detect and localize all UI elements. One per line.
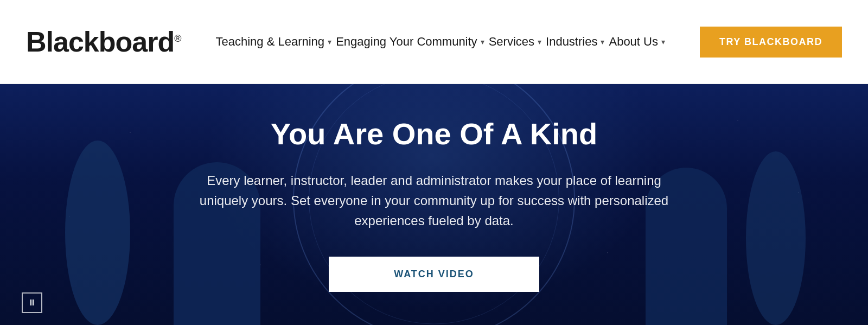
nav-item-engaging-community[interactable]: Engaging Your Community ▾ bbox=[336, 35, 484, 49]
chevron-down-icon: ▾ bbox=[538, 37, 541, 46]
nav-item-industries[interactable]: Industries ▾ bbox=[546, 35, 604, 49]
nav-label-services: Services bbox=[489, 35, 534, 49]
chevron-down-icon: ▾ bbox=[328, 37, 331, 46]
watch-video-button[interactable]: WATCH VIDEO bbox=[329, 257, 539, 292]
chevron-down-icon: ▾ bbox=[601, 37, 604, 46]
logo[interactable]: Blackboard® bbox=[26, 28, 181, 56]
nav-label-teaching-learning: Teaching & Learning bbox=[216, 35, 325, 49]
nav-item-services[interactable]: Services ▾ bbox=[489, 35, 541, 49]
nav-label-industries: Industries bbox=[546, 35, 597, 49]
figure-left bbox=[43, 141, 152, 325]
chevron-down-icon: ▾ bbox=[661, 37, 665, 46]
hero-content: You Are One Of A Kind Every learner, ins… bbox=[168, 117, 700, 292]
nav-label-engaging-community: Engaging Your Community bbox=[336, 35, 477, 49]
pause-icon: ⏸ bbox=[28, 298, 36, 308]
logo-area: Blackboard® bbox=[26, 28, 181, 56]
site-header: Blackboard® Teaching & Learning ▾ Engagi… bbox=[0, 0, 868, 84]
pause-button[interactable]: ⏸ bbox=[22, 292, 42, 313]
nav-item-teaching-learning[interactable]: Teaching & Learning ▾ bbox=[216, 35, 332, 49]
hero-subtitle: Every learner, instructor, leader and ad… bbox=[190, 170, 678, 231]
hero-section: You Are One Of A Kind Every learner, ins… bbox=[0, 84, 868, 325]
figure-right bbox=[727, 151, 825, 325]
chevron-down-icon: ▾ bbox=[481, 37, 484, 46]
try-blackboard-button[interactable]: TRY BLACKBOARD bbox=[700, 27, 842, 58]
logo-trademark: ® bbox=[174, 33, 181, 44]
logo-text: Blackboard bbox=[26, 26, 174, 58]
main-nav: Teaching & Learning ▾ Engaging Your Comm… bbox=[181, 35, 700, 49]
nav-item-about-us[interactable]: About Us ▾ bbox=[609, 35, 665, 49]
hero-title: You Are One Of A Kind bbox=[190, 117, 678, 151]
nav-label-about-us: About Us bbox=[609, 35, 658, 49]
